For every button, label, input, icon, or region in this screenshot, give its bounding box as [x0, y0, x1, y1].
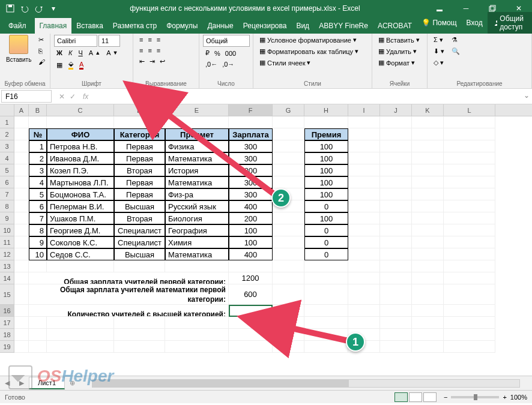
- horizontal-scrollbar[interactable]: [92, 379, 520, 388]
- undo-icon[interactable]: [19, 3, 30, 14]
- cell[interactable]: [165, 116, 229, 128]
- cell[interactable]: [273, 176, 304, 188]
- col-header-L[interactable]: L: [444, 104, 495, 116]
- cell[interactable]: [444, 305, 495, 317]
- align-middle-icon[interactable]: ≡: [145, 35, 154, 44]
- cell-subj[interactable]: География: [165, 224, 229, 236]
- cell[interactable]: [165, 260, 229, 272]
- col-header-B[interactable]: B: [29, 104, 47, 116]
- cell[interactable]: [348, 140, 380, 152]
- align-top-icon[interactable]: ≡: [137, 35, 145, 44]
- cell[interactable]: [348, 260, 380, 272]
- cell[interactable]: [14, 164, 29, 176]
- cell-sal[interactable]: 100: [229, 236, 273, 248]
- col-header-E[interactable]: E: [165, 104, 229, 116]
- row-header[interactable]: 13: [0, 260, 14, 272]
- cell[interactable]: [444, 128, 495, 140]
- cell[interactable]: [229, 260, 273, 272]
- cell[interactable]: [14, 116, 29, 128]
- cell[interactable]: [348, 164, 380, 176]
- cell[interactable]: [348, 128, 380, 140]
- cell-bonus[interactable]: 0: [304, 236, 348, 248]
- tab-layout[interactable]: Разметка стр: [108, 18, 162, 34]
- select-all-corner[interactable]: [0, 104, 14, 116]
- align-left-icon[interactable]: ≡: [137, 46, 145, 55]
- cell-cat[interactable]: Первая: [114, 140, 165, 152]
- cell-cat[interactable]: Вторая: [114, 212, 165, 224]
- summary-label[interactable]: Общая зарплата учителей первой категории…: [29, 272, 229, 284]
- cell-cat[interactable]: Первая: [114, 176, 165, 188]
- row-header[interactable]: 8: [0, 200, 14, 212]
- cell[interactable]: [444, 260, 495, 272]
- cell[interactable]: [304, 305, 348, 317]
- cell-subj[interactable]: Физ-ра: [165, 188, 229, 200]
- cell[interactable]: [14, 341, 29, 353]
- cell[interactable]: [165, 317, 229, 329]
- cell[interactable]: [47, 116, 114, 128]
- tab-formulas[interactable]: Формулы: [162, 18, 202, 34]
- cell[interactable]: [444, 329, 495, 341]
- cell-bonus[interactable]: 0: [304, 248, 348, 260]
- increase-font-icon[interactable]: A▲: [86, 48, 103, 58]
- cell[interactable]: [348, 236, 380, 248]
- cell[interactable]: [304, 317, 348, 329]
- format-painter-icon[interactable]: 🖌: [36, 57, 47, 67]
- tab-view[interactable]: Вид: [291, 18, 314, 34]
- qat-dropdown-icon[interactable]: ▾: [48, 3, 59, 14]
- normal-view-icon[interactable]: [394, 392, 408, 402]
- cell[interactable]: [14, 305, 29, 317]
- align-center-icon[interactable]: ≡: [145, 46, 154, 55]
- cell[interactable]: [304, 329, 348, 341]
- cell[interactable]: [14, 128, 29, 140]
- cell[interactable]: [444, 272, 495, 284]
- cell[interactable]: [29, 116, 47, 128]
- cell[interactable]: [229, 116, 273, 128]
- cell[interactable]: [348, 317, 380, 329]
- cell-styles-button[interactable]: ▦ Стили ячеек ▾: [257, 58, 361, 68]
- find-select-icon[interactable]: 🔍: [449, 46, 462, 56]
- cell-bonus[interactable]: 0: [304, 224, 348, 236]
- cell[interactable]: [14, 272, 29, 284]
- cell[interactable]: [14, 200, 29, 212]
- cell-cat[interactable]: Вторая: [114, 164, 165, 176]
- cell-sal[interactable]: 300: [229, 140, 273, 152]
- cell[interactable]: [348, 200, 380, 212]
- login-link[interactable]: Вход: [462, 15, 488, 31]
- cell[interactable]: [14, 140, 29, 152]
- cell[interactable]: [380, 248, 412, 260]
- cell-bonus[interactable]: 100: [304, 212, 348, 224]
- cell[interactable]: [380, 260, 412, 272]
- cell[interactable]: [380, 317, 412, 329]
- cell[interactable]: [14, 284, 29, 305]
- row-header[interactable]: 18: [0, 329, 14, 341]
- cell-sal[interactable]: 100: [229, 224, 273, 236]
- cell[interactable]: [304, 341, 348, 353]
- zoom-out-icon[interactable]: −: [444, 394, 447, 401]
- cell[interactable]: [29, 260, 47, 272]
- cell[interactable]: [14, 152, 29, 164]
- cell-num[interactable]: 5: [29, 188, 47, 200]
- cell[interactable]: [380, 176, 412, 188]
- cell[interactable]: [412, 212, 444, 224]
- cell-cat[interactable]: Специалист: [114, 236, 165, 248]
- cell[interactable]: [273, 236, 304, 248]
- row-header[interactable]: 7: [0, 188, 14, 200]
- align-bottom-icon[interactable]: ≡: [154, 35, 163, 44]
- cell-bonus[interactable]: 100: [304, 164, 348, 176]
- cell[interactable]: [412, 164, 444, 176]
- cell[interactable]: [444, 140, 495, 152]
- summary-label[interactable]: Общая зарплата учителей математики перво…: [29, 284, 229, 305]
- col-header-G[interactable]: G: [273, 104, 304, 116]
- cell-num[interactable]: 6: [29, 200, 47, 212]
- cell[interactable]: [348, 305, 380, 317]
- header-subj[interactable]: Предмет: [165, 128, 229, 140]
- zoom-level[interactable]: 100%: [510, 394, 527, 401]
- tab-insert[interactable]: Вставка: [71, 18, 108, 34]
- insert-cells-button[interactable]: ▦ Вставить ▾: [376, 35, 422, 45]
- cell[interactable]: [14, 176, 29, 188]
- cell[interactable]: [273, 272, 304, 284]
- cell[interactable]: [114, 317, 165, 329]
- tab-home[interactable]: Главная: [35, 18, 72, 34]
- cell[interactable]: [304, 260, 348, 272]
- cell-fio[interactable]: Иванова Д.М.: [47, 152, 114, 164]
